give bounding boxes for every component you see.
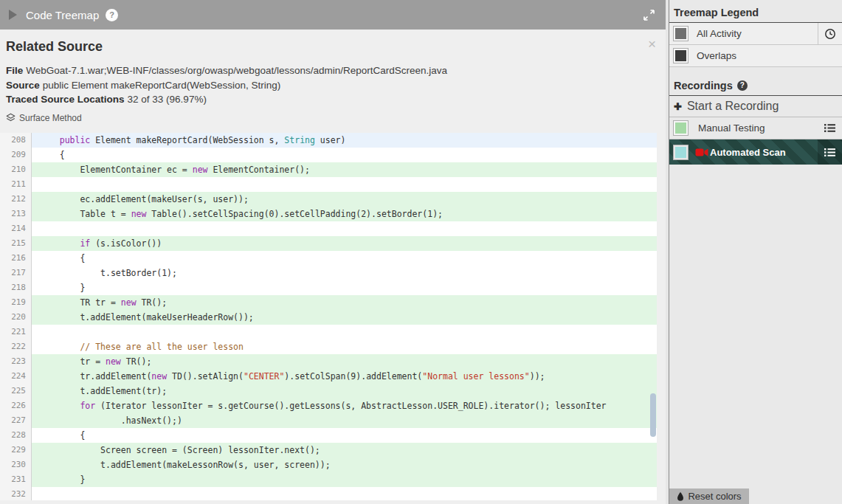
recordings-help-icon[interactable]: ? — [737, 80, 748, 91]
legend-title-text: Treemap Legend — [674, 7, 759, 18]
code-line-228: 228 { — [0, 428, 657, 443]
line-number: 216 — [0, 251, 32, 266]
clock-icon — [824, 28, 836, 40]
list-icon — [824, 123, 835, 133]
all-activity-swatch — [674, 27, 688, 41]
code-line-210: 210 ElementContainer ec = new ElementCon… — [0, 162, 657, 177]
list-icon — [824, 148, 835, 157]
code-line-217: 217 t.setBorder(1); — [0, 266, 657, 280]
code-line-230: 230 t.addElement(makeLessonRow(s, user, … — [0, 458, 657, 472]
overlaps-swatch — [674, 49, 688, 63]
page-title: Code Treemap — [26, 9, 99, 21]
layers-icon — [6, 113, 15, 122]
source-metadata: FileWebGoat-7.1.war;WEB-INF/classes/org/… — [6, 63, 660, 107]
code-line-224: 224 tr.addElement(new TD().setAlign("CEN… — [0, 369, 657, 384]
automated-scan-menu-button[interactable] — [818, 139, 842, 165]
code-line-208: 208 public Element makeReportCard(WebSes… — [0, 133, 657, 148]
start-recording-button[interactable]: ✚ Start a Recording — [669, 96, 842, 117]
code-line-209: 209 { — [0, 148, 657, 162]
line-number: 220 — [0, 310, 32, 325]
line-number: 217 — [0, 266, 32, 280]
source-line: Sourcepublic Element makeReportCard(WebS… — [6, 78, 660, 93]
code-text: { — [32, 148, 65, 162]
code-viewer: 208 public Element makeReportCard(WebSes… — [0, 133, 657, 500]
file-line: FileWebGoat-7.1.war;WEB-INF/classes/org/… — [6, 63, 660, 78]
code-line-223: 223 tr = new TR(); — [0, 354, 657, 369]
code-text: { — [32, 251, 85, 266]
code-line-214: 214 — [0, 221, 657, 236]
droplet-icon — [677, 491, 684, 501]
legend-item-all-activity[interactable]: All Activity — [669, 23, 842, 45]
code-text: Screen screen = (Screen) lessonIter.next… — [32, 443, 320, 458]
line-number: 214 — [0, 221, 32, 236]
code-text: } — [32, 280, 85, 295]
legend-title: Treemap Legend — [669, 0, 842, 23]
code-text — [32, 325, 39, 339]
line-number: 218 — [0, 280, 32, 295]
code-line-219: 219 TR tr = new TR(); — [0, 295, 657, 310]
source-value: public Element makeReportCard(WebSession… — [43, 80, 280, 91]
treemap-sidebar: Treemap Legend All Activity Overlaps Rec… — [669, 0, 842, 504]
code-text — [32, 221, 39, 236]
line-number: 208 — [0, 133, 32, 148]
line-number: 232 — [0, 487, 32, 500]
code-text: for (Iterator lessonIter = s.getCourse()… — [32, 398, 607, 413]
code-treemap-titlebar: Code Treemap ? — [0, 0, 666, 30]
overlaps-label: Overlaps — [697, 50, 736, 61]
line-number: 225 — [0, 384, 32, 398]
code-text: tr.addElement(new TD().setAlign("CENTER"… — [32, 369, 545, 384]
code-line-229: 229 Screen screen = (Screen) lessonIter.… — [0, 443, 657, 458]
line-number: 221 — [0, 325, 32, 339]
automated-scan-swatch — [674, 145, 688, 159]
code-text: ec.addElement(makeUser(s, user)); — [32, 192, 249, 207]
code-text: t.addElement(makeLessonRow(s, user, scre… — [32, 458, 331, 472]
collapse-arrow-icon[interactable] — [9, 10, 17, 20]
surface-method-tag: Surface Method — [6, 113, 666, 123]
code-text: t.setBorder(1); — [32, 266, 177, 280]
code-line-231: 231 } — [0, 472, 657, 487]
file-value: WebGoat-7.1.war;WEB-INF/classes/org/owas… — [26, 65, 447, 76]
surface-method-label: Surface Method — [19, 113, 82, 123]
help-icon[interactable]: ? — [106, 9, 118, 21]
code-line-216: 216 { — [0, 251, 657, 266]
code-text: .hasNext();) — [32, 413, 182, 428]
code-line-213: 213 Table t = new Table().setCellSpacing… — [0, 207, 657, 221]
recordings-title-text: Recordings — [674, 80, 733, 92]
manual-testing-menu-button[interactable] — [818, 117, 842, 139]
recording-row-manual-testing[interactable]: Manual Testing — [669, 117, 842, 139]
line-number: 212 — [0, 192, 32, 207]
legend-item-overlaps[interactable]: Overlaps — [669, 45, 842, 67]
all-activity-label: All Activity — [697, 28, 742, 39]
code-text: { — [32, 428, 85, 443]
video-camera-icon — [695, 148, 708, 157]
line-number: 209 — [0, 148, 32, 162]
scrollbar-thumb[interactable] — [650, 393, 656, 437]
activity-time-button[interactable] — [818, 23, 842, 44]
code-text — [32, 487, 39, 500]
automated-scan-label: Automated Scan — [710, 147, 786, 158]
recording-row-automated-scan[interactable]: Automated Scan — [669, 139, 842, 165]
code-line-221: 221 — [0, 325, 657, 339]
manual-testing-swatch — [674, 121, 688, 135]
line-number: 222 — [0, 339, 32, 354]
close-icon[interactable]: × — [648, 37, 656, 51]
expand-icon[interactable] — [642, 8, 656, 22]
recordings-title: Recordings ? — [669, 73, 842, 96]
code-line-220: 220 t.addElement(makeUserHeaderRow()); — [0, 310, 657, 325]
traced-locations-line: Traced Source Locations32 of 33 (96.97%) — [6, 92, 660, 107]
start-recording-label: Start a Recording — [687, 100, 779, 113]
line-number: 227 — [0, 413, 32, 428]
code-line-225: 225 t.addElement(tr); — [0, 384, 657, 398]
line-number: 230 — [0, 458, 32, 472]
file-label: File — [6, 65, 23, 76]
code-line-232: 232 — [0, 487, 657, 500]
panel-title: Related Source — [6, 39, 660, 55]
source-label: Source — [6, 80, 40, 91]
code-text — [32, 177, 39, 192]
traced-label: Traced Source Locations — [6, 94, 125, 105]
code-line-222: 222 // These are all the user lesson — [0, 339, 657, 354]
line-number: 229 — [0, 443, 32, 458]
code-line-226: 226 for (Iterator lessonIter = s.getCour… — [0, 398, 657, 413]
reset-colors-button[interactable]: Reset colors — [669, 489, 749, 504]
line-number: 211 — [0, 177, 32, 192]
